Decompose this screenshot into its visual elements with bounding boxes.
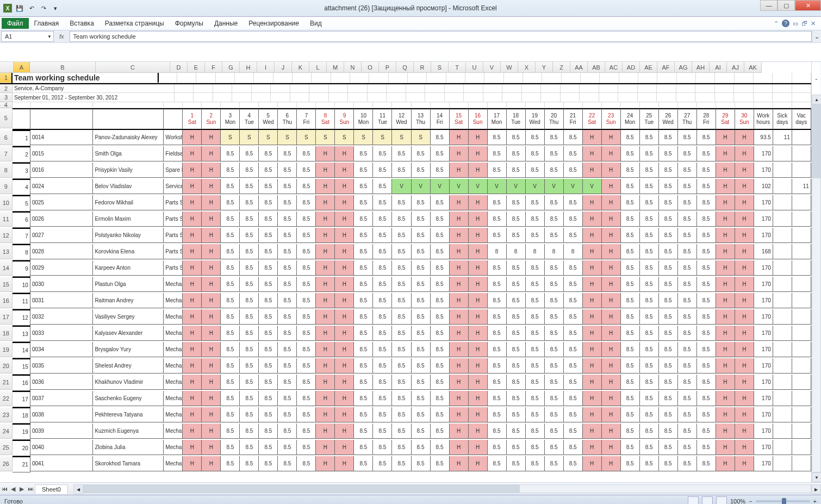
day-cell[interactable]: 8.5 <box>392 228 411 243</box>
day-cell[interactable]: H <box>583 456 602 471</box>
summary-cell[interactable] <box>773 424 792 439</box>
day-cell[interactable]: 8.5 <box>564 391 583 406</box>
row-index[interactable]: 5 <box>13 195 30 211</box>
day-cell[interactable]: 8.5 <box>392 391 411 406</box>
day-cell[interactable]: 8.5 <box>221 309 240 325</box>
day-cell[interactable]: H <box>183 179 202 194</box>
day-cell[interactable]: 8.5 <box>507 228 526 243</box>
column-header-AH[interactable]: AH <box>692 62 710 73</box>
row-index[interactable]: 1 <box>13 130 30 146</box>
day-cell[interactable]: H <box>335 309 354 325</box>
summary-cell[interactable] <box>792 195 811 210</box>
day-cell[interactable]: 8.5 <box>564 211 583 227</box>
day-cell[interactable]: 8.5 <box>564 456 583 471</box>
day-cell[interactable]: 8.5 <box>278 407 297 422</box>
day-cell[interactable]: 8.5 <box>259 456 278 471</box>
day-cell[interactable]: 8.5 <box>431 358 450 374</box>
day-cell[interactable]: 8.5 <box>373 260 392 276</box>
day-cell[interactable]: 8.5 <box>488 228 507 243</box>
day-cell[interactable]: 8.5 <box>373 391 392 406</box>
day-header-14[interactable]: 14Fri <box>431 108 450 130</box>
day-cell[interactable]: 8.5 <box>697 228 716 243</box>
day-cell[interactable]: 8.5 <box>431 163 450 178</box>
day-cell[interactable]: H <box>316 211 335 227</box>
day-cell[interactable]: 8.5 <box>564 326 583 341</box>
day-cell[interactable]: 8.5 <box>526 358 545 374</box>
column-header-D[interactable]: D <box>170 62 188 73</box>
day-cell[interactable]: H <box>583 244 602 259</box>
tab-данные[interactable]: Данные <box>209 18 243 29</box>
scroll-left-button[interactable]: ◀ <box>73 484 83 494</box>
summary-cell[interactable]: 102 <box>754 179 773 194</box>
day-cell[interactable]: H <box>316 309 335 325</box>
emp-role[interactable]: Mechanic <box>164 293 183 308</box>
day-cell[interactable]: 8.5 <box>259 163 278 178</box>
day-cell[interactable]: H <box>202 358 221 374</box>
emp-role[interactable]: Fieldservice manager <box>164 146 183 161</box>
day-cell[interactable]: H <box>450 228 469 243</box>
emp-id[interactable]: 0030 <box>30 277 93 292</box>
emp-name[interactable]: Ermolin Maxim <box>93 211 164 227</box>
day-cell[interactable]: 8.5 <box>621 260 640 276</box>
day-cell[interactable]: S <box>259 130 278 145</box>
day-cell[interactable]: H <box>735 130 754 145</box>
summary-cell[interactable] <box>773 260 792 276</box>
day-cell[interactable]: 8.5 <box>621 179 640 194</box>
day-cell[interactable]: H <box>183 244 202 259</box>
day-cell[interactable]: H <box>335 228 354 243</box>
day-cell[interactable]: 8.5 <box>221 391 240 406</box>
day-cell[interactable]: 8.5 <box>297 407 316 422</box>
day-cell[interactable]: 8.5 <box>659 293 678 308</box>
day-cell[interactable]: H <box>335 391 354 406</box>
day-cell[interactable]: 8.5 <box>697 130 716 145</box>
row-index[interactable]: 10 <box>13 277 30 293</box>
day-cell[interactable]: 8.5 <box>297 309 316 325</box>
day-cell[interactable]: 8.5 <box>240 211 259 227</box>
emp-role[interactable]: Mechanic <box>164 424 183 439</box>
day-cell[interactable]: H <box>183 424 202 439</box>
row-index[interactable]: 7 <box>13 228 30 244</box>
hscroll-track[interactable] <box>83 484 811 493</box>
emp-role[interactable]: Parts Sales specialist <box>164 260 183 276</box>
summary-cell[interactable] <box>792 440 811 455</box>
emp-name[interactable]: Belov Vladislav <box>93 179 164 194</box>
day-header-28[interactable]: 28Fri <box>697 108 716 130</box>
day-cell[interactable]: 8.5 <box>697 358 716 374</box>
day-cell[interactable]: 8.5 <box>278 375 297 390</box>
day-cell[interactable]: 8.5 <box>431 244 450 259</box>
day-cell[interactable]: 8.5 <box>659 195 678 210</box>
day-cell[interactable]: H <box>469 342 488 357</box>
day-cell[interactable]: H <box>183 407 202 422</box>
day-cell[interactable]: 8.5 <box>412 358 431 374</box>
day-cell[interactable]: 8.5 <box>564 146 583 161</box>
save-icon[interactable]: 💾 <box>15 4 24 13</box>
day-cell[interactable]: 8.5 <box>526 342 545 357</box>
summary-cell[interactable] <box>773 244 792 259</box>
day-cell[interactable]: 8.5 <box>354 277 373 292</box>
day-header-22[interactable]: 22Sat <box>583 108 602 130</box>
day-cell[interactable]: S <box>278 130 297 145</box>
day-cell[interactable]: 8.5 <box>697 277 716 292</box>
column-header-L[interactable]: L <box>309 62 327 73</box>
day-cell[interactable]: 8.5 <box>488 358 507 374</box>
day-cell[interactable]: H <box>183 260 202 276</box>
column-header-K[interactable]: K <box>292 62 309 73</box>
day-cell[interactable]: 8.5 <box>373 163 392 178</box>
emp-role[interactable]: Mechanic <box>164 309 183 325</box>
day-cell[interactable]: 8.5 <box>545 195 564 210</box>
day-cell[interactable]: 8.5 <box>412 244 431 259</box>
day-cell[interactable]: 8.5 <box>564 277 583 292</box>
column-header-O[interactable]: O <box>362 62 379 73</box>
day-cell[interactable]: 8.5 <box>392 424 411 439</box>
day-cell[interactable]: 8.5 <box>640 342 659 357</box>
day-cell[interactable]: 8.5 <box>392 163 411 178</box>
day-cell[interactable]: 8.5 <box>488 260 507 276</box>
day-cell[interactable]: V <box>507 179 526 194</box>
day-cell[interactable]: 8.5 <box>526 375 545 390</box>
summary-cell[interactable] <box>773 375 792 390</box>
day-cell[interactable]: 8.5 <box>678 228 697 243</box>
summary-cell[interactable]: 170 <box>754 440 773 455</box>
summary-cell[interactable]: 170 <box>754 260 773 276</box>
summary-cell[interactable] <box>792 260 811 276</box>
day-cell[interactable]: H <box>450 130 469 145</box>
